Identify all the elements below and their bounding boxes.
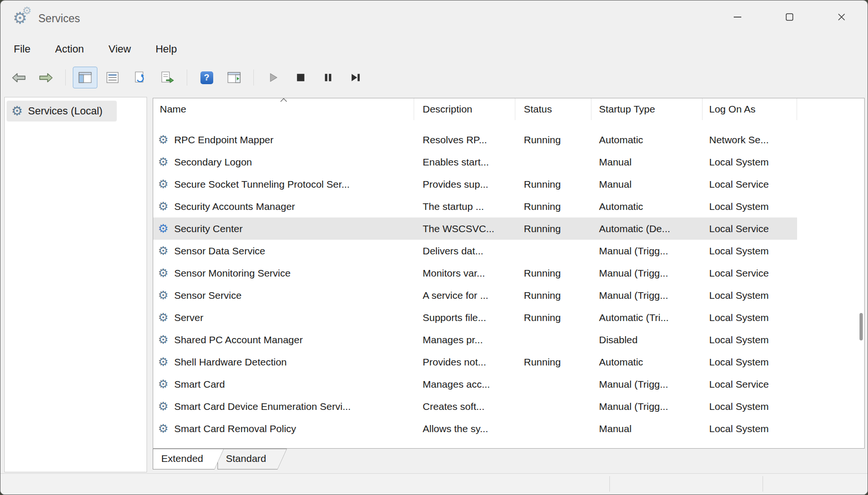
service-row-security-center[interactable]: ⚙Security CenterThe WSCSVC...RunningAuto…: [153, 217, 797, 240]
service-row-rpc-endpoint-mapper[interactable]: ⚙RPC Endpoint MapperResolves RP...Runnin…: [153, 129, 797, 151]
column-header-log-on-as[interactable]: Log On As: [703, 98, 797, 120]
service-status: [515, 417, 591, 440]
minimize-icon: [733, 13, 742, 21]
vertical-scrollbar[interactable]: [858, 99, 863, 447]
pause-service-button[interactable]: [316, 67, 340, 88]
tab-label: Extended: [153, 449, 224, 469]
service-log-on-as: Network Se...: [703, 129, 797, 151]
service-status: Running: [515, 195, 591, 217]
menu-item-file[interactable]: File: [1, 39, 43, 59]
service-name-label: Smart Card: [174, 373, 225, 395]
minimize-button[interactable]: [712, 0, 764, 34]
help-button[interactable]: ?: [194, 67, 219, 88]
service-startup-type: Manual (Trigg...: [591, 240, 703, 262]
service-startup-type: Automatic (Tri...: [591, 306, 703, 329]
show-hide-action-pane-button[interactable]: [222, 67, 246, 88]
status-bar-separator: [763, 476, 763, 492]
menu-item-view[interactable]: View: [96, 39, 143, 59]
list-rows: ⚙RPC Endpoint MapperResolves RP...Runnin…: [153, 129, 858, 440]
service-name-label: Security Center: [174, 217, 243, 240]
service-row-secondary-logon[interactable]: ⚙Secondary LogonEnables start...ManualLo…: [153, 151, 797, 173]
service-log-on-as: Local System: [703, 195, 797, 217]
service-startup-type: Manual: [591, 173, 703, 195]
window-controls: [712, 0, 868, 34]
service-status: Running: [515, 306, 591, 329]
start-service-button[interactable]: [261, 67, 286, 88]
service-row-smart-card[interactable]: ⚙Smart CardManages acc...Manual (Trigg..…: [153, 373, 797, 395]
menu-item-action[interactable]: Action: [43, 39, 96, 59]
menu-item-help[interactable]: Help: [143, 39, 189, 59]
restart-service-button[interactable]: [343, 67, 368, 88]
service-status: [515, 329, 591, 351]
column-header-startup-type[interactable]: Startup Type: [591, 98, 703, 120]
service-row-sensor-data-service[interactable]: ⚙Sensor Data ServiceDelivers dat...Manua…: [153, 240, 797, 262]
service-name-label: Secure Socket Tunneling Protocol Ser...: [174, 173, 349, 195]
service-name-cell: ⚙Sensor Data Service: [153, 240, 414, 262]
close-button[interactable]: [816, 0, 868, 34]
maximize-button[interactable]: [764, 0, 816, 34]
service-status: Running: [515, 262, 591, 284]
service-description: Enables start...: [414, 151, 515, 173]
back-button[interactable]: [6, 67, 31, 88]
services-gear-icon: ⚙: [11, 105, 23, 118]
service-description: Monitors var...: [414, 262, 515, 284]
service-name-cell: ⚙Sensor Monitoring Service: [153, 262, 414, 284]
forward-button[interactable]: [34, 67, 58, 88]
service-status: Running: [515, 129, 591, 151]
service-gear-icon: ⚙: [158, 312, 168, 323]
sidebar-item-label: Services (Local): [28, 105, 103, 117]
scrollbar-thumb[interactable]: [859, 313, 863, 340]
status-bar: [0, 473, 868, 495]
refresh-button[interactable]: [128, 67, 152, 88]
show-hide-console-tree-button[interactable]: [73, 67, 97, 88]
sidebar-item-services-local[interactable]: ⚙ Services (Local): [7, 101, 117, 122]
service-row-smart-card-removal-policy[interactable]: ⚙Smart Card Removal PolicyAllows the sy.…: [153, 417, 797, 440]
service-name-label: Smart Card Removal Policy: [174, 417, 296, 440]
services-window: ⚙ ⚙ Services FileActionViewHelp: [0, 0, 868, 495]
service-row-sensor-monitoring-service[interactable]: ⚙Sensor Monitoring ServiceMonitors var..…: [153, 262, 797, 284]
window-title: Services: [38, 0, 80, 36]
service-row-shared-pc-account-manager[interactable]: ⚙Shared PC Account ManagerManages pr...D…: [153, 329, 797, 351]
service-log-on-as: Local System: [703, 329, 797, 351]
service-gear-icon: ⚙: [158, 400, 168, 412]
service-status: Running: [515, 217, 591, 240]
services-app-icon: ⚙ ⚙: [13, 8, 34, 28]
service-description: Creates soft...: [414, 395, 515, 417]
tab-standard[interactable]: Standard: [217, 449, 287, 469]
start-service-icon: [268, 72, 278, 83]
service-name-cell: ⚙Secure Socket Tunneling Protocol Ser...: [153, 173, 414, 195]
service-row-server[interactable]: ⚙ServerSupports file...RunningAutomatic …: [153, 306, 797, 329]
service-gear-icon: ⚙: [158, 378, 168, 390]
service-log-on-as: Local System: [703, 151, 797, 173]
toolbar-separator: [187, 69, 187, 86]
view-tabs: ExtendedStandard: [153, 449, 287, 469]
properties-icon: [106, 72, 119, 83]
service-description: Delivers dat...: [414, 240, 515, 262]
service-name-cell: ⚙Smart Card Removal Policy: [153, 417, 414, 440]
service-description: Provides sup...: [414, 173, 515, 195]
stop-service-button[interactable]: [288, 67, 313, 88]
tab-extended[interactable]: Extended: [153, 449, 224, 469]
export-list-button[interactable]: [155, 67, 180, 88]
service-row-shell-hardware-detection[interactable]: ⚙Shell Hardware DetectionProvides not...…: [153, 351, 797, 373]
service-name-label: Sensor Monitoring Service: [174, 262, 290, 284]
service-startup-type: Automatic: [591, 129, 703, 151]
restart-service-icon: [350, 73, 361, 82]
column-header-status[interactable]: Status: [515, 98, 591, 120]
service-description: Manages acc...: [414, 373, 515, 395]
service-startup-type: Automatic: [591, 351, 703, 373]
column-header-description[interactable]: Description: [414, 98, 515, 120]
service-row-security-accounts-manager[interactable]: ⚙Security Accounts ManagerThe startup ..…: [153, 195, 797, 217]
service-name-cell: ⚙Shell Hardware Detection: [153, 351, 414, 373]
toolbar-separator: [253, 69, 254, 86]
service-row-secure-socket-tunneling-protocol-ser[interactable]: ⚙Secure Socket Tunneling Protocol Ser...…: [153, 173, 797, 195]
service-name-cell: ⚙Security Accounts Manager: [153, 195, 414, 217]
services-list-panel: NameDescriptionStatusStartup TypeLog On …: [153, 98, 865, 449]
close-icon: [837, 13, 846, 21]
properties-button[interactable]: [100, 67, 125, 88]
service-name-label: Shell Hardware Detection: [174, 351, 286, 373]
title-bar: ⚙ ⚙ Services: [0, 0, 868, 36]
service-row-smart-card-device-enumeration-servi[interactable]: ⚙Smart Card Device Enumeration Servi...C…: [153, 395, 797, 417]
export-list-icon: [161, 71, 174, 84]
service-row-sensor-service[interactable]: ⚙Sensor ServiceA service for ...RunningM…: [153, 284, 797, 306]
